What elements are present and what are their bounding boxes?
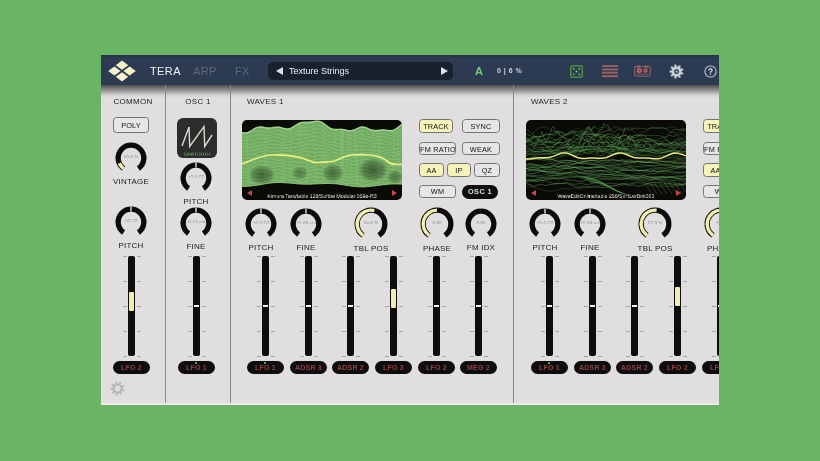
svg-text:SAWTOOTH: SAWTOOTH (184, 151, 211, 156)
svg-text:?: ? (708, 66, 713, 76)
